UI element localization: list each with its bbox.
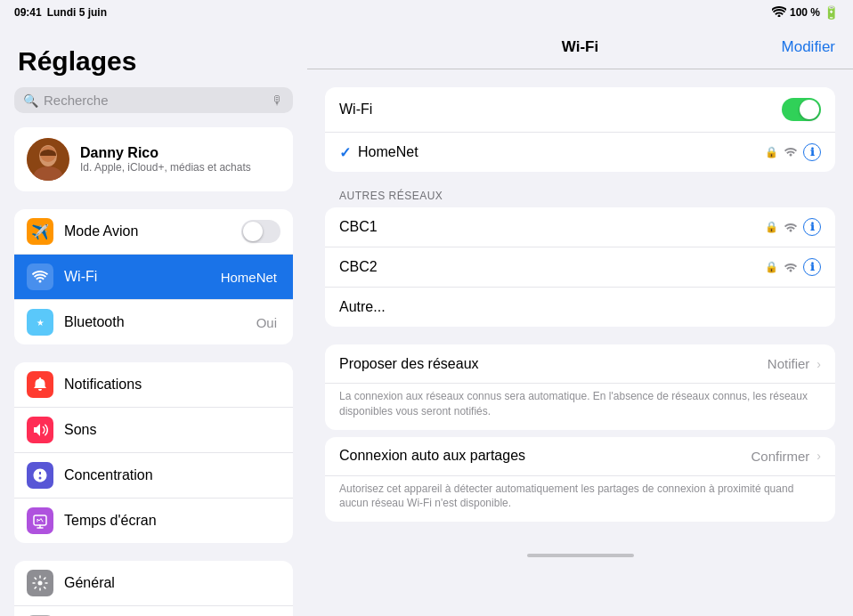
checkmark-icon: ✓	[339, 144, 351, 161]
network-other-label: Autre...	[339, 299, 821, 315]
profile-name: Danny Rico	[80, 145, 251, 161]
settings-group-3: Général Centre de contrôle	[14, 561, 293, 616]
detail-content: Wi-Fi ✓ HomeNet 🔒	[307, 69, 853, 547]
connected-network-row[interactable]: ✓ HomeNet 🔒 ℹ	[325, 133, 835, 172]
bluetooth-value: Oui	[256, 315, 277, 330]
status-bar-right: 100 % 🔋	[772, 5, 839, 20]
avatar	[27, 138, 69, 181]
wifi-connected-value: HomeNet	[221, 270, 277, 285]
battery-icon: 🔋	[824, 5, 839, 20]
wifi-status-icon	[772, 6, 786, 20]
wifi-sidebar-icon	[27, 263, 53, 290]
suggest-networks-row[interactable]: Proposer des réseaux Notifier ›	[325, 344, 835, 384]
general-label: Général	[64, 575, 280, 591]
general-icon	[27, 570, 53, 596]
search-bar[interactable]: 🔍 🎙	[14, 87, 293, 113]
network-cbc2-row[interactable]: CBC2 🔒 ℹ	[325, 247, 835, 288]
settings-group-1: ✈️ Mode Avion Wi-Fi HomeNet ⭑ B	[14, 209, 293, 344]
lock-icon: 🔒	[765, 146, 778, 158]
concentration-label: Concentration	[64, 467, 280, 483]
sidebar-item-sons[interactable]: Sons	[14, 408, 293, 453]
suggest-networks-desc: La connexion aux réseaux connus sera aut…	[325, 384, 835, 430]
status-bar-left: 09:41 Lundi 5 juin	[14, 6, 107, 19]
suggest-networks-chevron: ›	[816, 357, 821, 371]
sidebar-item-wifi[interactable]: Wi-Fi HomeNet	[14, 255, 293, 300]
svg-point-5	[38, 581, 43, 586]
status-time: 09:41	[14, 6, 42, 19]
network-other-row[interactable]: Autre...	[325, 288, 835, 327]
sidebar-item-mode-avion[interactable]: ✈️ Mode Avion	[14, 209, 293, 255]
sidebar-item-general[interactable]: Général	[14, 561, 293, 606]
main-layout: Réglages 🔍 🎙 Danny Rico Id. Apple, iClou…	[0, 25, 853, 616]
wifi-main-card: Wi-Fi ✓ HomeNet 🔒	[325, 87, 835, 172]
bluetooth-label: Bluetooth	[64, 314, 256, 330]
network-cbc1-label: CBC1	[339, 219, 765, 235]
sidebar-item-temps-ecran[interactable]: Temps d'écran	[14, 498, 293, 543]
suggest-networks-label: Proposer des réseaux	[339, 356, 768, 372]
wifi-toggle-label: Wi-Fi	[339, 101, 782, 118]
wifi-toggle[interactable]	[782, 98, 821, 121]
sons-icon	[27, 417, 53, 443]
auto-connect-card: Connexion auto aux partages Confirmer › …	[325, 437, 835, 523]
cbc1-icons: 🔒 ℹ	[765, 218, 821, 236]
cbc1-lock-icon: 🔒	[765, 221, 778, 233]
profile-card[interactable]: Danny Rico Id. Apple, iCloud+, médias et…	[14, 127, 293, 191]
connected-network-name: HomeNet	[358, 144, 765, 160]
sons-label: Sons	[64, 422, 280, 438]
mode-avion-toggle[interactable]	[241, 220, 280, 243]
auto-connect-chevron: ›	[816, 449, 821, 463]
modify-button[interactable]: Modifier	[782, 38, 835, 56]
notifications-label: Notifications	[64, 377, 280, 393]
settings-title: Réglages	[0, 39, 307, 87]
sidebar: Réglages 🔍 🎙 Danny Rico Id. Apple, iClou…	[0, 25, 307, 616]
auto-connect-desc: Autorisez cet appareil à détecter automa…	[325, 476, 835, 523]
concentration-icon	[27, 462, 53, 489]
detail-header: Wi-Fi Modifier	[307, 25, 853, 69]
cbc2-lock-icon: 🔒	[765, 261, 778, 273]
mode-avion-label: Mode Avion	[64, 223, 241, 239]
status-bar: 09:41 Lundi 5 juin 100 % 🔋	[0, 0, 853, 25]
cbc2-info-button[interactable]: ℹ	[803, 258, 821, 276]
battery-status: 100 %	[790, 6, 820, 19]
airplane-icon: ✈️	[27, 218, 53, 245]
sidebar-item-centre-controle[interactable]: Centre de contrôle	[14, 606, 293, 616]
cbc2-icons: 🔒 ℹ	[765, 258, 821, 276]
wifi-toggle-row[interactable]: Wi-Fi	[325, 87, 835, 133]
auto-connect-row[interactable]: Connexion auto aux partages Confirmer ›	[325, 437, 835, 476]
network-cbc1-row[interactable]: CBC1 🔒 ℹ	[325, 207, 835, 247]
settings-group-2: Notifications Sons Concentration	[14, 362, 293, 543]
search-icon: 🔍	[23, 93, 38, 108]
detail-title: Wi-Fi	[562, 38, 598, 56]
notifications-icon	[27, 371, 53, 398]
sidebar-item-notifications[interactable]: Notifications	[14, 362, 293, 408]
profile-info: Danny Rico Id. Apple, iCloud+, médias et…	[80, 145, 251, 174]
home-bar	[527, 554, 634, 557]
sidebar-item-bluetooth[interactable]: ⭑ Bluetooth Oui	[14, 300, 293, 344]
connected-network-icons: 🔒 ℹ	[765, 143, 821, 161]
suggest-networks-value-text: Notifier	[768, 356, 810, 371]
wifi-signal-icon	[784, 145, 798, 159]
mic-icon[interactable]: 🎙	[272, 93, 284, 108]
network-cbc2-label: CBC2	[339, 259, 765, 275]
auto-connect-value-text: Confirmer	[751, 449, 809, 464]
bluetooth-icon: ⭑	[27, 309, 53, 336]
auto-connect-label: Connexion auto aux partages	[339, 448, 751, 464]
suggest-networks-card: Proposer des réseaux Notifier › La conne…	[325, 344, 835, 430]
other-networks-section: AUTRES RÉSEAUX CBC1 🔒 ℹ	[325, 190, 835, 327]
auto-connect-value: Confirmer ›	[751, 449, 821, 464]
temps-ecran-icon	[27, 507, 53, 534]
status-date: Lundi 5 juin	[47, 6, 107, 19]
detail-panel: Wi-Fi Modifier Wi-Fi ✓ HomeNet 🔒	[307, 25, 853, 616]
profile-subtitle: Id. Apple, iCloud+, médias et achats	[80, 161, 251, 174]
cbc1-info-button[interactable]: ℹ	[803, 218, 821, 236]
sidebar-item-concentration[interactable]: Concentration	[14, 453, 293, 498]
other-networks-header: AUTRES RÉSEAUX	[325, 190, 835, 207]
search-input[interactable]	[44, 93, 266, 108]
suggest-networks-value: Notifier ›	[768, 356, 821, 371]
home-indicator	[307, 547, 853, 564]
other-networks-card: CBC1 🔒 ℹ CBC2	[325, 207, 835, 327]
wifi-sidebar-label: Wi-Fi	[64, 269, 221, 285]
temps-ecran-label: Temps d'écran	[64, 513, 280, 529]
connected-info-button[interactable]: ℹ	[803, 143, 821, 161]
